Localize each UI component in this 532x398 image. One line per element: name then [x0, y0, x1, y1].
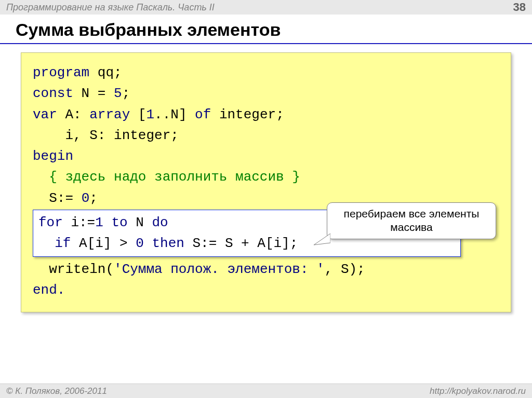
- callout-box: перебираем все элементы массива: [327, 202, 496, 239]
- header-title: Программирование на языке Паскаль. Часть…: [6, 2, 215, 13]
- code-line: writeln('Сумма полож. элементов: ', S);: [33, 259, 499, 280]
- code-panel: program qq; const N = 5; var A: array [1…: [21, 52, 511, 312]
- callout-text: перебираем все элементы массива: [344, 208, 480, 233]
- slide-title: Сумма выбранных элементов: [0, 15, 532, 44]
- code-line: var A: array [1..N] of integer;: [33, 104, 499, 125]
- code-line: i, S: integer;: [33, 125, 499, 146]
- footer-copyright: © К. Поляков, 2006-2011: [6, 386, 107, 396]
- code-comment-line: { здесь надо заполнить массив }: [33, 167, 499, 187]
- code-line: begin: [33, 146, 499, 167]
- footer-url: http://kpolyakov.narod.ru: [430, 386, 526, 396]
- header-bar: Программирование на языке Паскаль. Часть…: [0, 0, 532, 15]
- code-line: end.: [33, 280, 499, 300]
- footer-bar: © К. Поляков, 2006-2011 http://kpolyakov…: [0, 383, 532, 398]
- page-number: 38: [513, 1, 526, 14]
- code-line: program qq;: [33, 62, 499, 83]
- code-line: const N = 5;: [33, 83, 499, 104]
